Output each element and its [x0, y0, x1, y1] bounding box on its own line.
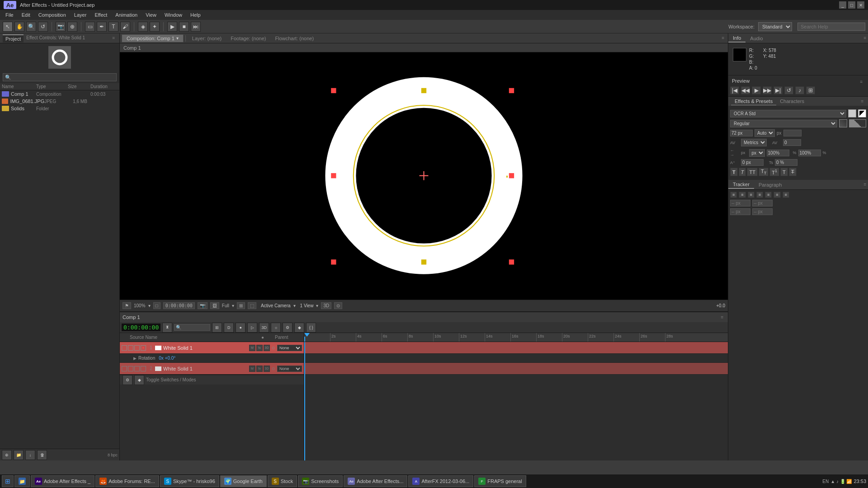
layer-audio-1[interactable]: [128, 345, 133, 351]
small-caps-btn[interactable]: TT: [759, 168, 769, 176]
left-panel-minimize[interactable]: =: [110, 36, 117, 41]
current-time-btn[interactable]: ⧗: [162, 323, 172, 333]
leading-value-input[interactable]: [783, 130, 802, 136]
taskbar-afterfx[interactable]: A AfterFX 2012-03-06...: [408, 475, 473, 487]
toggle-switches-modes[interactable]: Toggle Switches / Modes: [146, 377, 196, 382]
align-center-btn[interactable]: ≡: [739, 192, 745, 198]
italic-btn[interactable]: T: [739, 168, 746, 176]
play-button[interactable]: ▶: [167, 22, 177, 32]
new-composition-btn[interactable]: ⊕: [2, 450, 12, 460]
project-tab[interactable]: Project: [3, 34, 24, 42]
switch-aa-2[interactable]: M: [249, 366, 255, 372]
comp-tab-close[interactable]: ▾: [176, 36, 179, 41]
strikethrough-btn[interactable]: T̶: [789, 168, 797, 176]
track-row-1[interactable]: [304, 342, 728, 354]
horiz-scale-select[interactable]: px: [749, 149, 765, 157]
ep-minimize[interactable]: =: [859, 99, 865, 104]
minimize-button[interactable]: _: [839, 1, 846, 9]
toggle-transparency[interactable]: ⊞: [237, 302, 245, 309]
add-keyframe-btn[interactable]: ◆: [294, 323, 304, 333]
tl-add-marker[interactable]: ◆: [134, 375, 144, 385]
switch-3d-1[interactable]: 3D: [264, 345, 270, 351]
align-right-btn[interactable]: ≡: [748, 192, 755, 198]
delete-project-item-btn[interactable]: 🗑: [37, 450, 47, 460]
switch-3d-2[interactable]: 3D: [264, 366, 270, 372]
expression-btn[interactable]: { }: [306, 323, 316, 333]
stroke-fill-btn[interactable]: [839, 119, 847, 127]
rotation-tool[interactable]: ↺: [38, 22, 48, 32]
search-help-input[interactable]: [797, 23, 865, 31]
indent-right-input[interactable]: [730, 208, 750, 215]
layer-tab[interactable]: Layer: (none): [188, 35, 226, 42]
menu-view[interactable]: View: [142, 11, 160, 19]
switch-fx-1[interactable]: fx: [256, 345, 263, 351]
project-item-solids[interactable]: Solids Folder: [0, 105, 119, 112]
zoom-dropdown-arrow[interactable]: ▾: [148, 303, 151, 308]
3d-layer-btn[interactable]: 3D: [259, 323, 269, 333]
justify-all-btn[interactable]: ≡: [783, 192, 789, 198]
layer-lock-2[interactable]: [141, 366, 146, 371]
video-preview-btn[interactable]: ⊞: [806, 86, 815, 94]
taskbar-google-earth[interactable]: 🌍 Google Earth: [220, 475, 267, 487]
project-item-img[interactable]: IMG_0681.JPG JPEG 1,6 MB: [0, 98, 119, 105]
right-panel-minimize[interactable]: =: [862, 36, 868, 41]
play-pause-btn[interactable]: ▶: [752, 86, 761, 94]
motion-blur-btn[interactable]: ●: [236, 323, 245, 333]
menu-help[interactable]: Help: [187, 11, 204, 19]
layer-lock-1[interactable]: ●: [141, 345, 146, 351]
comp-mini-flowchart[interactable]: ⊞: [212, 323, 222, 333]
active-camera-dropdown[interactable]: ▾: [293, 303, 296, 308]
horiz-scale-input[interactable]: [767, 150, 789, 156]
caps-btn[interactable]: TT: [747, 168, 757, 176]
footage-tab[interactable]: Footage: (none): [226, 35, 270, 42]
layer-solo-1[interactable]: [134, 345, 140, 351]
import-btn[interactable]: ↓: [25, 450, 35, 460]
render-queue-btn[interactable]: ⚙: [283, 323, 292, 333]
stroke-color-picker[interactable]: [858, 109, 866, 117]
stroke-pattern-btn[interactable]: [849, 119, 866, 127]
close-button[interactable]: ✕: [857, 1, 864, 9]
justify-right-btn[interactable]: ≡: [774, 192, 780, 198]
taskbar-explorer[interactable]: 📁: [14, 475, 30, 487]
super-btn[interactable]: T1: [769, 168, 779, 176]
rotation-collapse-arrow[interactable]: ▶: [133, 356, 137, 361]
menu-effect[interactable]: Effect: [91, 11, 111, 19]
comp-viewer[interactable]: [120, 52, 728, 300]
menu-file[interactable]: File: [2, 11, 17, 19]
font-size-input[interactable]: [730, 130, 753, 136]
preview-quality-btn[interactable]: □: [153, 302, 160, 309]
playhead[interactable]: [304, 342, 305, 460]
resolution-dropdown[interactable]: ▾: [232, 303, 234, 308]
layer-eye-2[interactable]: [122, 366, 127, 371]
maximize-button[interactable]: □: [848, 1, 855, 9]
font-style-select[interactable]: Regular: [730, 120, 837, 127]
solo-btn[interactable]: ☼: [271, 323, 281, 333]
zoom-tool[interactable]: 🔍: [26, 22, 36, 32]
prev-frame-btn[interactable]: ◀◀: [741, 86, 750, 94]
timeline-search-input[interactable]: [174, 324, 210, 331]
layer-parent-dropdown-2[interactable]: None: [277, 366, 302, 372]
hand-tool[interactable]: ✋: [14, 22, 24, 32]
comp-tab-comp1[interactable]: Composition: Comp 1 ▾: [122, 34, 184, 42]
flowchart-tab[interactable]: Flowchart: (none): [271, 35, 319, 42]
shape-rect-tool[interactable]: ▭: [85, 22, 95, 32]
start-button[interactable]: ⊞: [2, 475, 14, 487]
tsume-input[interactable]: [775, 159, 797, 166]
region-of-interest[interactable]: ⬚: [248, 302, 256, 309]
tracker-minimize[interactable]: =: [862, 182, 868, 187]
track-row-2[interactable]: [304, 363, 728, 375]
layer-audio-2[interactable]: [128, 366, 133, 371]
tracking-value-input[interactable]: [783, 139, 801, 146]
workspace-dropdown[interactable]: Standard: [758, 22, 792, 31]
underline-btn[interactable]: T: [780, 168, 788, 176]
align-left-btn[interactable]: ≡: [730, 192, 737, 198]
tl-icons-btn[interactable]: ⚙: [123, 375, 132, 385]
effects-presets-tab[interactable]: Effects & Presets: [731, 98, 776, 105]
new-folder-btn[interactable]: 📁: [14, 450, 24, 460]
camera-tool[interactable]: 📷: [56, 22, 66, 32]
loop-btn[interactable]: ↺: [784, 86, 793, 94]
paragraph-tab[interactable]: Paragraph: [754, 181, 786, 188]
clone-tool[interactable]: ◈: [138, 22, 148, 32]
pixel-aspect-btn[interactable]: ⊙: [334, 302, 342, 309]
layer-row-2[interactable]: 2 White Solid 1 M fx 3D ⊙ None: [120, 363, 304, 375]
